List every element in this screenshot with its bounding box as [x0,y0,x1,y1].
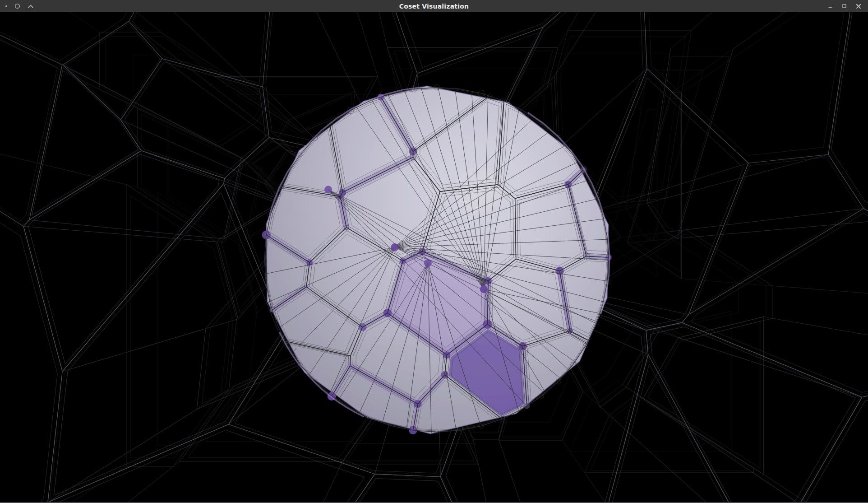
titlebar[interactable]: Coset Visualization [0,0,868,12]
viewport-canvas[interactable] [0,12,868,502]
chevron-up-icon[interactable] [28,4,34,9]
dot-icon [5,5,7,7]
titlebar-left-icons [5,3,34,9]
circle-icon[interactable] [14,3,20,9]
window-title: Coset Visualization [0,0,868,12]
maximize-button[interactable] [840,2,848,10]
maximize-icon [841,3,847,9]
minimize-icon [827,3,833,9]
window-controls [826,2,863,10]
minimize-button[interactable] [826,2,834,10]
close-icon [855,3,862,9]
close-button[interactable] [854,2,863,10]
app-window: Coset Visualization [0,0,868,503]
coset-sphere [259,81,615,438]
